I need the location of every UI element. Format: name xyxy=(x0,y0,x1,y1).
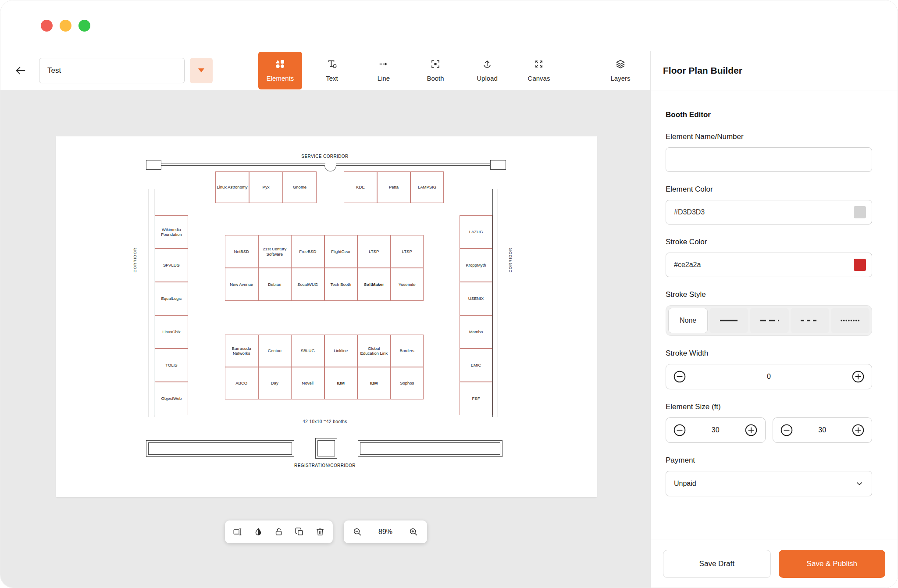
canvas-area[interactable]: SERVICE CORRIDOR CORRIDOR CORRIDOR Linux… xyxy=(0,90,650,588)
booth[interactable]: Linux Astronomy xyxy=(215,171,249,203)
booth[interactable]: SoftMaker xyxy=(357,268,391,301)
booth[interactable]: ABCO xyxy=(225,367,258,399)
element-height-decrease-button[interactable] xyxy=(777,421,796,439)
booth-count-note: 42 10x10 =42 booths xyxy=(267,419,383,424)
unlock-button[interactable] xyxy=(270,523,288,541)
stroke-style-dashed[interactable] xyxy=(750,308,788,333)
booth[interactable]: Tech Booth xyxy=(324,268,358,301)
booth[interactable]: Wikimedia Foundation xyxy=(155,215,188,249)
booth[interactable]: Yosemite xyxy=(391,268,424,301)
tool-elements[interactable]: Elements xyxy=(258,52,302,89)
booth[interactable]: Petta xyxy=(377,171,410,203)
booth[interactable]: EMIC xyxy=(460,349,492,382)
payment-select[interactable]: Unpaid xyxy=(666,471,872,496)
stroke-color-input[interactable] xyxy=(666,253,872,277)
booth[interactable]: TOLIS xyxy=(155,349,188,382)
element-color-input[interactable] xyxy=(666,200,872,225)
stroke-width-value: 0 xyxy=(767,373,771,381)
booth[interactable]: SocalWUG xyxy=(291,268,324,301)
plan-name-dropdown-button[interactable] xyxy=(190,58,213,83)
minus-circle-icon xyxy=(673,370,687,384)
stroke-width-stepper: 0 xyxy=(666,364,872,389)
booth[interactable]: New Avenue xyxy=(225,268,258,301)
stroke-width-decrease-button[interactable] xyxy=(670,367,689,386)
booth[interactable]: FSF xyxy=(460,382,492,415)
booth[interactable]: Mambo xyxy=(460,315,492,349)
booth[interactable]: Gnome xyxy=(283,171,317,203)
stroke-color-swatch[interactable] xyxy=(854,259,866,271)
booth[interactable]: LAMPSIG xyxy=(410,171,444,203)
element-width-decrease-button[interactable] xyxy=(670,421,689,439)
stroke-style-dotted[interactable] xyxy=(831,308,869,333)
stroke-width-increase-button[interactable] xyxy=(849,367,867,386)
booth[interactable]: 21st Century Software xyxy=(258,235,292,268)
tool-booth[interactable]: Booth xyxy=(413,52,457,89)
duplicate-button[interactable] xyxy=(290,523,309,541)
stroke-style-dash-small[interactable] xyxy=(791,308,829,333)
booth[interactable]: IBM xyxy=(324,367,358,399)
plus-circle-icon xyxy=(744,423,758,437)
booth[interactable]: FlightGear xyxy=(324,235,358,268)
payment-label: Payment xyxy=(666,456,872,465)
booth[interactable]: Global Education Link xyxy=(357,335,391,367)
element-width-increase-button[interactable] xyxy=(742,421,760,439)
element-height-increase-button[interactable] xyxy=(849,421,867,439)
booth[interactable]: Pyx xyxy=(249,171,283,203)
tool-canvas[interactable]: Canvas xyxy=(517,52,561,89)
wall-corridor-left xyxy=(149,189,154,417)
booth[interactable]: Day xyxy=(258,367,292,399)
element-color-field xyxy=(666,200,872,225)
floor-plan-sheet[interactable]: SERVICE CORRIDOR CORRIDOR CORRIDOR Linux… xyxy=(56,136,597,497)
stroke-style-solid[interactable] xyxy=(709,308,748,333)
element-height-value: 30 xyxy=(818,426,826,434)
back-button[interactable] xyxy=(12,62,29,79)
booth[interactable]: SFVLUG xyxy=(155,249,188,282)
booth[interactable]: LinuxChix xyxy=(155,315,188,349)
zoom-toolbar: 89% xyxy=(344,520,427,543)
element-color-swatch[interactable] xyxy=(854,206,866,218)
stroke-style-label: Stroke Style xyxy=(666,290,872,299)
booth[interactable]: KroppMyth xyxy=(460,249,492,282)
tool-layers[interactable]: Layers xyxy=(599,52,642,89)
booth[interactable]: KDE xyxy=(344,171,377,203)
element-size-label: Element Size (ft) xyxy=(666,403,872,411)
booth[interactable]: Linkline xyxy=(324,335,358,367)
rename-button[interactable] xyxy=(228,523,247,541)
save-publish-button[interactable]: Save & Publish xyxy=(779,550,886,578)
booth[interactable]: Sophos xyxy=(391,367,424,399)
save-draft-button[interactable]: Save Draft xyxy=(663,550,771,578)
plan-name-input[interactable] xyxy=(39,58,185,83)
window-minimize-button[interactable] xyxy=(60,20,71,32)
zoom-in-button[interactable] xyxy=(404,523,423,541)
booth[interactable]: SBLUG xyxy=(291,335,324,367)
booth[interactable]: NetBSD xyxy=(225,235,258,268)
booth[interactable]: LTSP xyxy=(357,235,391,268)
booth[interactable]: Novell xyxy=(291,367,324,399)
delete-button[interactable] xyxy=(311,523,329,541)
booth[interactable]: ObjectWeb xyxy=(155,382,188,415)
booth-editor-panel: Booth Editor Element Name/Number Element… xyxy=(651,110,898,496)
window-close-button[interactable] xyxy=(41,20,53,32)
stroke-style-none[interactable]: None xyxy=(668,308,708,333)
element-name-input[interactable] xyxy=(666,147,872,172)
booth[interactable]: EqualLogic xyxy=(155,282,188,315)
booth[interactable]: LAZUG xyxy=(460,215,492,249)
booth[interactable]: Borders xyxy=(391,335,424,367)
booth[interactable]: IBM xyxy=(357,367,391,399)
tool-upload[interactable]: Upload xyxy=(465,52,509,89)
window-maximize-button[interactable] xyxy=(78,20,90,32)
zoom-out-button[interactable] xyxy=(348,523,367,541)
toolbar-left: Elements Text Line Booth Upload xyxy=(0,51,650,90)
fill-color-button[interactable] xyxy=(249,523,267,541)
tool-label: Canvas xyxy=(528,75,550,82)
booth[interactable]: Debian xyxy=(258,268,292,301)
booth[interactable]: FreeBSD xyxy=(291,235,324,268)
tool-line[interactable]: Line xyxy=(362,52,406,89)
booth-icon xyxy=(430,59,441,71)
booth[interactable]: LTSP xyxy=(391,235,424,268)
booth[interactable]: USENIX xyxy=(460,282,492,315)
tool-label: Upload xyxy=(477,75,498,82)
tool-text[interactable]: Text xyxy=(310,52,354,89)
booth[interactable]: Gentoo xyxy=(258,335,292,367)
booth[interactable]: Barracuda Networks xyxy=(225,335,258,367)
